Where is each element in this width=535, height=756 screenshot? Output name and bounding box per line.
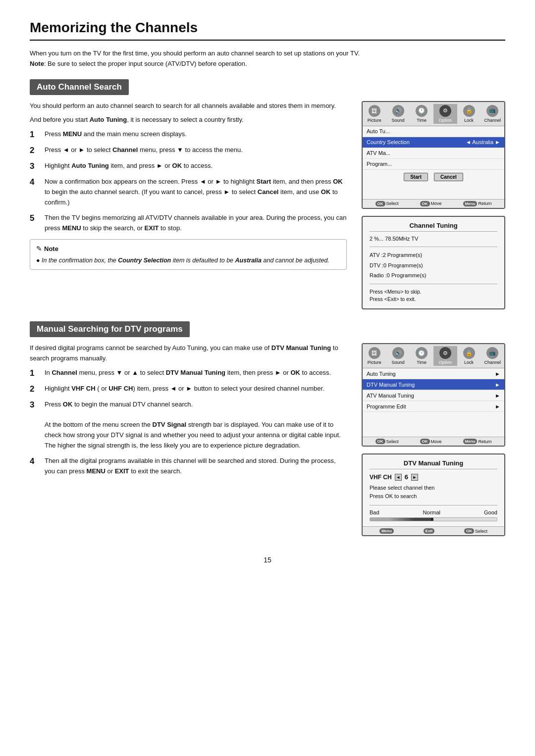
auto-channel-right-col: 🖼 Picture 🔊 Sound 🕐 Time ⚙ Option xyxy=(362,101,505,310)
step-num: 2 xyxy=(30,384,40,395)
time-icon-2: 🕐 xyxy=(416,347,428,359)
ch-right-arrow[interactable]: ► xyxy=(411,474,418,481)
tv-menu-box-2: 🖼 Picture 🔊 Sound 🕐 Time ⚙ Option xyxy=(362,343,505,447)
manual-searching-right-col: 🖼 Picture 🔊 Sound 🕐 Time ⚙ Option xyxy=(362,343,505,536)
note-box: ✎ Note ● In the confirmation box, the Co… xyxy=(30,239,347,270)
step-item: 4 Then all the digital programs availabl… xyxy=(30,456,347,477)
step-item: 4 Now a confirmation box appears on the … xyxy=(30,177,347,207)
ct-atv: ATV :2 Programme(s) xyxy=(370,251,497,259)
auto-channel-search-header: Auto Channel Search xyxy=(30,79,129,95)
step-item: 2 Press ◄ or ► to select Channel menu, p… xyxy=(30,145,347,156)
menu2-row-atv: ATV Manual Tuning ► xyxy=(363,390,504,401)
page-number: 15 xyxy=(30,556,505,564)
menu2-icon-channel: 📺 Channel xyxy=(481,346,504,366)
step-text: Now a confirmation box appears on the sc… xyxy=(45,177,347,207)
step-item: 3 Highlight Auto Tuning item, and press … xyxy=(30,161,347,172)
step-num: 3 xyxy=(30,161,40,172)
manual-searching-left-col: If desired digital programs cannot be se… xyxy=(30,343,347,536)
dtv-title: DTV Manual Tuning xyxy=(370,459,497,469)
step-item: 3 Press OK to begin the manual DTV chann… xyxy=(30,400,347,451)
sound-icon: 🔊 xyxy=(392,105,404,117)
step-num: 5 xyxy=(30,213,40,234)
signal-section: Bad Normal Good xyxy=(370,505,497,521)
channel-icon-2: 📺 xyxy=(486,347,498,359)
step-text: Then all the digital programs available … xyxy=(45,456,347,477)
menu-row-autotuning: Auto Tu... xyxy=(363,126,504,137)
dtv-desc1: Please select channel then xyxy=(370,484,497,492)
step-item: 5 Then the TV begins memorizing all ATV/… xyxy=(30,213,347,234)
cancel-button[interactable]: Cancel xyxy=(434,173,463,181)
footer-return: Menu Return xyxy=(463,201,492,206)
menu2-spacer xyxy=(363,412,504,437)
option-icon: ⚙ xyxy=(439,105,451,117)
signal-bad: Bad xyxy=(370,509,379,515)
menu-spacer xyxy=(363,184,504,199)
footer-select: OK Select xyxy=(375,201,399,206)
dtv-desc2: Press OK to search xyxy=(370,492,497,501)
menu2-row-autotuning: Auto Tuning ► xyxy=(363,368,504,379)
signal-good: Good xyxy=(484,509,497,515)
step-text: Press OK to begin the manual DTV channel… xyxy=(45,400,347,451)
menu2-icon-time: 🕐 Time xyxy=(410,346,433,366)
tv-menu-box-1: 🖼 Picture 🔊 Sound 🕐 Time ⚙ Option xyxy=(362,101,505,209)
vhf-row: VHF CH ◄ 6 ► xyxy=(370,473,497,481)
signal-fill xyxy=(370,518,433,521)
tv-menu-footer-1: OK Select OK Move Menu Return xyxy=(363,199,504,208)
lock-icon-2: 🔒 xyxy=(463,347,475,359)
auto-channel-search-section: Auto Channel Search You should perform a… xyxy=(30,72,505,310)
tv-menu-footer-2: OK Select OK Move Menu Return xyxy=(363,437,504,446)
channel-tuning-box: Channel Tuning 2 %... 78.50MHz TV ATV :2… xyxy=(362,216,505,310)
note-icon: ✎ xyxy=(36,244,42,254)
ct-note2: Press <Exit> to exit. xyxy=(370,296,497,303)
tv-menu-icons: 🖼 Picture 🔊 Sound 🕐 Time ⚙ Option xyxy=(363,102,504,126)
step-text: Press MENU and the main menu screen disp… xyxy=(45,129,347,140)
picture-icon-2: 🖼 xyxy=(369,347,380,359)
auto-channel-left-col: You should perform an auto channel searc… xyxy=(30,101,347,310)
dtv-footer-menu: Menu xyxy=(379,528,394,534)
step-num: 2 xyxy=(30,145,40,156)
step-text: Press ◄ or ► to select Channel menu, pre… xyxy=(45,145,347,156)
dtv-footer: Menu Exit OK Select xyxy=(363,526,504,535)
signal-labels: Bad Normal Good xyxy=(370,509,497,515)
ct-progress: 2 %... 78.50MHz TV xyxy=(370,235,497,243)
auto-channel-desc2: And before you start Auto Tuning, it is … xyxy=(30,115,347,125)
footer-move: OK Move xyxy=(420,201,442,206)
option-icon-2: ⚙ xyxy=(439,347,451,359)
footer2-select: OK Select xyxy=(375,439,399,444)
auto-channel-steps: 1 Press MENU and the main menu screen di… xyxy=(30,129,347,233)
menu2-row-programme: Programme Edit ► xyxy=(363,401,504,412)
start-button[interactable]: Start xyxy=(404,173,428,181)
signal-bar xyxy=(370,517,497,521)
signal-normal: Normal xyxy=(423,509,440,515)
footer2-return: Menu Return xyxy=(463,439,492,444)
note-content: ● In the confirmation box, the Country S… xyxy=(36,256,340,265)
step-num: 1 xyxy=(30,129,40,140)
manual-steps: 1 In Channel menu, press ▼ or ▲ to selec… xyxy=(30,368,347,477)
ct-note1: Press <Menu> to skip. xyxy=(370,288,497,296)
manual-searching-desc: If desired digital programs cannot be se… xyxy=(30,343,347,364)
step-text: In Channel menu, press ▼ or ▲ to select … xyxy=(45,368,347,379)
ch-left-arrow[interactable]: ◄ xyxy=(395,474,402,481)
menu-row-atv: ATV Ma... xyxy=(363,148,504,159)
channel-tuning-title: Channel Tuning xyxy=(370,222,497,232)
menu-icon-lock: 🔒 Lock xyxy=(457,104,481,124)
menu2-icon-lock: 🔒 Lock xyxy=(457,346,481,366)
step-text: Highlight VHF CH ( or UHF CH) item, pres… xyxy=(45,384,347,395)
start-cancel-row: Start Cancel xyxy=(363,170,504,184)
menu-icon-time: 🕐 Time xyxy=(410,104,433,124)
dtv-inner: DTV Manual Tuning VHF CH ◄ 6 ► Please se… xyxy=(363,454,504,526)
time-icon: 🕐 xyxy=(416,105,428,117)
ct-divider2 xyxy=(370,284,497,284)
step-num: 4 xyxy=(30,456,40,477)
manual-searching-section: Manual Searching for DTV programs If des… xyxy=(30,314,505,536)
channel-icon: 📺 xyxy=(486,105,498,117)
dtv-footer-select: OK Select xyxy=(464,528,487,534)
signal-indicator xyxy=(431,517,433,521)
menu2-icon-option: ⚙ Option xyxy=(433,346,457,366)
menu-icon-picture: 🖼 Picture xyxy=(363,104,386,124)
manual-searching-header: Manual Searching for DTV programs xyxy=(30,321,190,337)
intro-text: When you turn on the TV for the first ti… xyxy=(30,49,505,69)
step-num: 3 xyxy=(30,400,40,451)
sound-icon-2: 🔊 xyxy=(392,347,404,359)
dtv-manual-tuning-box: DTV Manual Tuning VHF CH ◄ 6 ► Please se… xyxy=(362,454,505,536)
